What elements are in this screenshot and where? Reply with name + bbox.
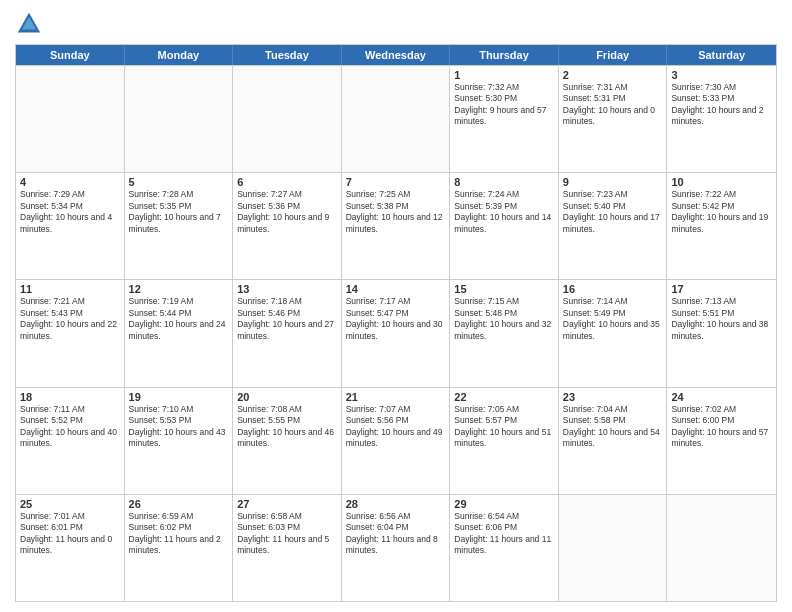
day-info: Sunrise: 7:27 AM Sunset: 5:36 PM Dayligh… (237, 189, 337, 235)
day-cell-22: 22Sunrise: 7:05 AM Sunset: 5:57 PM Dayli… (450, 388, 559, 494)
day-number: 28 (346, 498, 446, 510)
day-info: Sunrise: 7:24 AM Sunset: 5:39 PM Dayligh… (454, 189, 554, 235)
day-info: Sunrise: 6:56 AM Sunset: 6:04 PM Dayligh… (346, 511, 446, 557)
day-number: 21 (346, 391, 446, 403)
empty-cell (667, 495, 776, 601)
calendar-body: 1Sunrise: 7:32 AM Sunset: 5:30 PM Daylig… (16, 65, 776, 601)
day-cell-17: 17Sunrise: 7:13 AM Sunset: 5:51 PM Dayli… (667, 280, 776, 386)
page: SundayMondayTuesdayWednesdayThursdayFrid… (0, 0, 792, 612)
day-cell-11: 11Sunrise: 7:21 AM Sunset: 5:43 PM Dayli… (16, 280, 125, 386)
day-cell-12: 12Sunrise: 7:19 AM Sunset: 5:44 PM Dayli… (125, 280, 234, 386)
day-number: 19 (129, 391, 229, 403)
day-info: Sunrise: 7:29 AM Sunset: 5:34 PM Dayligh… (20, 189, 120, 235)
day-number: 22 (454, 391, 554, 403)
day-info: Sunrise: 7:01 AM Sunset: 6:01 PM Dayligh… (20, 511, 120, 557)
day-number: 1 (454, 69, 554, 81)
day-info: Sunrise: 7:23 AM Sunset: 5:40 PM Dayligh… (563, 189, 663, 235)
day-cell-14: 14Sunrise: 7:17 AM Sunset: 5:47 PM Dayli… (342, 280, 451, 386)
day-cell-4: 4Sunrise: 7:29 AM Sunset: 5:34 PM Daylig… (16, 173, 125, 279)
day-info: Sunrise: 7:10 AM Sunset: 5:53 PM Dayligh… (129, 404, 229, 450)
day-number: 26 (129, 498, 229, 510)
day-info: Sunrise: 6:58 AM Sunset: 6:03 PM Dayligh… (237, 511, 337, 557)
day-number: 29 (454, 498, 554, 510)
day-number: 23 (563, 391, 663, 403)
empty-cell (125, 66, 234, 172)
day-info: Sunrise: 7:08 AM Sunset: 5:55 PM Dayligh… (237, 404, 337, 450)
day-cell-18: 18Sunrise: 7:11 AM Sunset: 5:52 PM Dayli… (16, 388, 125, 494)
day-number: 9 (563, 176, 663, 188)
day-number: 20 (237, 391, 337, 403)
day-cell-3: 3Sunrise: 7:30 AM Sunset: 5:33 PM Daylig… (667, 66, 776, 172)
day-info: Sunrise: 7:28 AM Sunset: 5:35 PM Dayligh… (129, 189, 229, 235)
header-day-wednesday: Wednesday (342, 45, 451, 65)
day-number: 2 (563, 69, 663, 81)
day-number: 7 (346, 176, 446, 188)
day-number: 10 (671, 176, 772, 188)
day-cell-16: 16Sunrise: 7:14 AM Sunset: 5:49 PM Dayli… (559, 280, 668, 386)
day-number: 3 (671, 69, 772, 81)
day-info: Sunrise: 7:14 AM Sunset: 5:49 PM Dayligh… (563, 296, 663, 342)
day-number: 8 (454, 176, 554, 188)
day-number: 4 (20, 176, 120, 188)
calendar-row-5: 25Sunrise: 7:01 AM Sunset: 6:01 PM Dayli… (16, 494, 776, 601)
day-info: Sunrise: 7:30 AM Sunset: 5:33 PM Dayligh… (671, 82, 772, 128)
day-number: 5 (129, 176, 229, 188)
day-info: Sunrise: 7:31 AM Sunset: 5:31 PM Dayligh… (563, 82, 663, 128)
day-number: 14 (346, 283, 446, 295)
calendar: SundayMondayTuesdayWednesdayThursdayFrid… (15, 44, 777, 602)
day-cell-25: 25Sunrise: 7:01 AM Sunset: 6:01 PM Dayli… (16, 495, 125, 601)
calendar-header: SundayMondayTuesdayWednesdayThursdayFrid… (16, 45, 776, 65)
day-cell-2: 2Sunrise: 7:31 AM Sunset: 5:31 PM Daylig… (559, 66, 668, 172)
empty-cell (233, 66, 342, 172)
day-info: Sunrise: 7:05 AM Sunset: 5:57 PM Dayligh… (454, 404, 554, 450)
day-cell-19: 19Sunrise: 7:10 AM Sunset: 5:53 PM Dayli… (125, 388, 234, 494)
day-info: Sunrise: 6:54 AM Sunset: 6:06 PM Dayligh… (454, 511, 554, 557)
day-cell-24: 24Sunrise: 7:02 AM Sunset: 6:00 PM Dayli… (667, 388, 776, 494)
day-number: 11 (20, 283, 120, 295)
day-info: Sunrise: 7:32 AM Sunset: 5:30 PM Dayligh… (454, 82, 554, 128)
day-info: Sunrise: 7:19 AM Sunset: 5:44 PM Dayligh… (129, 296, 229, 342)
day-info: Sunrise: 7:11 AM Sunset: 5:52 PM Dayligh… (20, 404, 120, 450)
day-info: Sunrise: 7:13 AM Sunset: 5:51 PM Dayligh… (671, 296, 772, 342)
day-number: 24 (671, 391, 772, 403)
day-info: Sunrise: 7:25 AM Sunset: 5:38 PM Dayligh… (346, 189, 446, 235)
logo (15, 10, 47, 38)
header-day-friday: Friday (559, 45, 668, 65)
day-info: Sunrise: 7:21 AM Sunset: 5:43 PM Dayligh… (20, 296, 120, 342)
day-cell-27: 27Sunrise: 6:58 AM Sunset: 6:03 PM Dayli… (233, 495, 342, 601)
day-cell-20: 20Sunrise: 7:08 AM Sunset: 5:55 PM Dayli… (233, 388, 342, 494)
day-number: 16 (563, 283, 663, 295)
calendar-row-2: 4Sunrise: 7:29 AM Sunset: 5:34 PM Daylig… (16, 172, 776, 279)
header-day-monday: Monday (125, 45, 234, 65)
day-number: 18 (20, 391, 120, 403)
day-number: 12 (129, 283, 229, 295)
empty-cell (342, 66, 451, 172)
day-cell-29: 29Sunrise: 6:54 AM Sunset: 6:06 PM Dayli… (450, 495, 559, 601)
day-number: 15 (454, 283, 554, 295)
day-cell-26: 26Sunrise: 6:59 AM Sunset: 6:02 PM Dayli… (125, 495, 234, 601)
day-number: 13 (237, 283, 337, 295)
day-info: Sunrise: 7:15 AM Sunset: 5:48 PM Dayligh… (454, 296, 554, 342)
day-cell-10: 10Sunrise: 7:22 AM Sunset: 5:42 PM Dayli… (667, 173, 776, 279)
day-info: Sunrise: 7:17 AM Sunset: 5:47 PM Dayligh… (346, 296, 446, 342)
header-day-thursday: Thursday (450, 45, 559, 65)
day-info: Sunrise: 7:04 AM Sunset: 5:58 PM Dayligh… (563, 404, 663, 450)
day-info: Sunrise: 7:07 AM Sunset: 5:56 PM Dayligh… (346, 404, 446, 450)
day-cell-8: 8Sunrise: 7:24 AM Sunset: 5:39 PM Daylig… (450, 173, 559, 279)
day-cell-23: 23Sunrise: 7:04 AM Sunset: 5:58 PM Dayli… (559, 388, 668, 494)
header-day-sunday: Sunday (16, 45, 125, 65)
day-cell-1: 1Sunrise: 7:32 AM Sunset: 5:30 PM Daylig… (450, 66, 559, 172)
day-info: Sunrise: 6:59 AM Sunset: 6:02 PM Dayligh… (129, 511, 229, 557)
day-number: 17 (671, 283, 772, 295)
calendar-row-3: 11Sunrise: 7:21 AM Sunset: 5:43 PM Dayli… (16, 279, 776, 386)
day-cell-28: 28Sunrise: 6:56 AM Sunset: 6:04 PM Dayli… (342, 495, 451, 601)
day-info: Sunrise: 7:02 AM Sunset: 6:00 PM Dayligh… (671, 404, 772, 450)
header-day-tuesday: Tuesday (233, 45, 342, 65)
day-cell-15: 15Sunrise: 7:15 AM Sunset: 5:48 PM Dayli… (450, 280, 559, 386)
day-info: Sunrise: 7:22 AM Sunset: 5:42 PM Dayligh… (671, 189, 772, 235)
day-number: 6 (237, 176, 337, 188)
empty-cell (559, 495, 668, 601)
day-cell-21: 21Sunrise: 7:07 AM Sunset: 5:56 PM Dayli… (342, 388, 451, 494)
logo-icon (15, 10, 43, 38)
day-info: Sunrise: 7:18 AM Sunset: 5:46 PM Dayligh… (237, 296, 337, 342)
